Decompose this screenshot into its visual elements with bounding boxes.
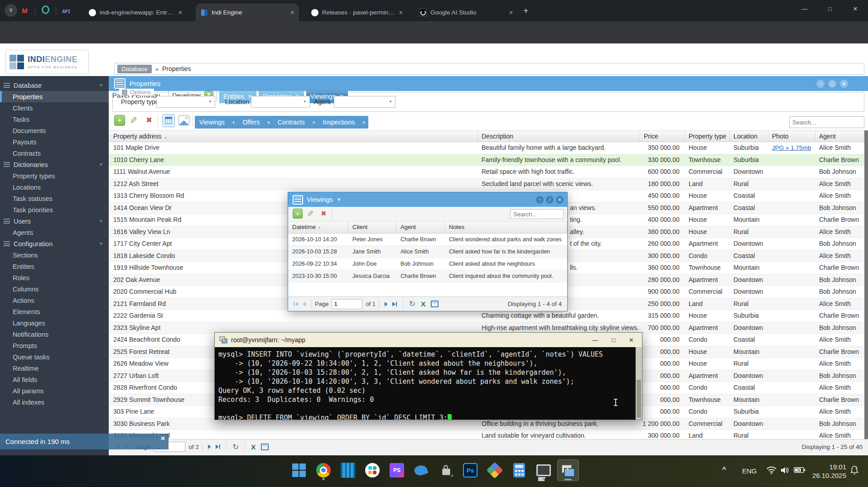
taskbar-kdiff-icon[interactable]: [484, 459, 506, 481]
export-excel-icon[interactable]: X: [251, 443, 256, 451]
add-contracts-icon[interactable]: +: [309, 119, 318, 126]
add-inspections-icon[interactable]: +: [359, 119, 368, 126]
sidebar-group-users[interactable]: Users▼: [0, 215, 109, 227]
column-header-agent[interactable]: Agent: [815, 131, 864, 142]
print-icon[interactable]: [261, 444, 269, 450]
browser-tab[interactable]: Releases · pavel-perminov/mya✕: [306, 4, 408, 21]
terminal-titlebar[interactable]: root@yvnmijfarn: ~/myapp — □ ✕: [215, 333, 642, 347]
column-header-property-address[interactable]: Property address▲: [109, 131, 478, 142]
export-excel-icon[interactable]: X: [421, 300, 425, 308]
window-maximize-button[interactable]: □: [817, 0, 843, 18]
api-icon[interactable]: API: [63, 8, 70, 15]
wifi-icon[interactable]: [767, 466, 776, 474]
sidebar-item-roles[interactable]: Roles: [0, 272, 109, 283]
browser-tab[interactable]: Indi Engine✕: [196, 4, 299, 21]
battery-icon[interactable]: [794, 466, 805, 473]
prev-page-icon[interactable]: [303, 302, 306, 306]
table-row[interactable]: 101 Maple DriveBeautiful family home wit…: [109, 142, 864, 154]
taskbar-winscp-icon[interactable]: [435, 459, 457, 481]
viewings-delete-icon[interactable]: ✖: [321, 210, 327, 218]
viewing-row[interactable]: 2026-10-03 15:28Jane SmithAlice SmithCli…: [288, 246, 567, 258]
new-tab-button[interactable]: +: [523, 6, 529, 15]
next-page-icon[interactable]: [208, 444, 211, 449]
clock[interactable]: 19:01 26.10.2025: [811, 463, 846, 480]
panel-maximize-icon[interactable]: □: [828, 80, 836, 88]
taskbar-server-icon[interactable]: [337, 459, 359, 481]
taskbar-start-icon[interactable]: [288, 459, 310, 481]
last-page-icon[interactable]: [392, 302, 397, 306]
viewings-edit-icon[interactable]: ✎: [307, 209, 313, 219]
breadcrumb-root[interactable]: Database: [117, 65, 152, 73]
grid-scrollbar[interactable]: [864, 130, 868, 454]
viewing-row[interactable]: 2026-09-22 10:34John DoeBob JohnsonClien…: [288, 258, 567, 270]
column-header-notes[interactable]: Notes: [445, 222, 567, 234]
sidebar-item-locations[interactable]: Locations: [0, 181, 109, 193]
table-row[interactable]: 1010 Cherry LaneFamily-friendly townhous…: [109, 154, 864, 167]
sidebar-item-elements[interactable]: Elements: [0, 306, 109, 317]
taskbar-dolphin-icon[interactable]: [410, 459, 432, 481]
ring-logo-icon[interactable]: [42, 6, 49, 14]
column-header-datetime[interactable]: Datetime▼: [288, 222, 348, 234]
add-offers-icon[interactable]: +: [264, 119, 273, 126]
window-close-button[interactable]: ✕: [843, 0, 868, 18]
page-number-input[interactable]: [332, 299, 362, 309]
related-tab-offers[interactable]: Offers: [238, 119, 264, 126]
terminal-output[interactable]: mysql> INSERT INTO `viewing` (`propertyI…: [215, 347, 636, 420]
agent-combobox[interactable]: [334, 96, 395, 108]
sidebar-group-configuration[interactable]: Configuration▼: [0, 238, 109, 249]
table-row[interactable]: 3131 Vineyard LandLand suitable for vine…: [109, 430, 864, 439]
last-page-icon[interactable]: [216, 444, 221, 449]
viewings-title-menu-icon[interactable]: ▼: [337, 197, 341, 202]
tab-close-icon[interactable]: ✕: [290, 10, 294, 16]
viewings-grid-header[interactable]: Datetime▼ClientAgentNotes: [288, 222, 567, 234]
language-indicator[interactable]: ENG: [742, 467, 757, 475]
taskbar-phpstorm-icon[interactable]: PS: [386, 459, 408, 481]
tab-close-icon[interactable]: ✕: [509, 10, 513, 16]
sidebar-item-actions[interactable]: Actions: [0, 295, 109, 306]
sidebar-item-columns[interactable]: Columns: [0, 283, 109, 295]
delete-record-icon[interactable]: ✖: [146, 115, 152, 125]
sidebar-group-dictionaries[interactable]: Dictionaries▼: [0, 159, 109, 170]
column-header-description[interactable]: Description: [478, 131, 640, 142]
grid-header[interactable]: Property address▲DescriptionPricePropert…: [109, 130, 864, 142]
table-row[interactable]: 1212 Ash StreetSecluded land parcel with…: [109, 178, 864, 191]
related-tab-viewings[interactable]: Viewings: [195, 119, 229, 126]
sidebar-item-properties[interactable]: Properties: [0, 91, 109, 102]
column-header-location[interactable]: Location: [730, 131, 768, 142]
sidebar-item-contracts[interactable]: Contracts: [0, 148, 109, 159]
sidebar-item-prompts[interactable]: Prompts: [0, 340, 109, 351]
column-header-client[interactable]: Client: [348, 222, 396, 234]
terminal-close-icon[interactable]: ✕: [629, 337, 634, 344]
gmail-icon[interactable]: M: [21, 7, 29, 14]
refresh-icon[interactable]: ↻: [409, 299, 415, 309]
sidebar-item-sections[interactable]: Sections: [0, 249, 109, 261]
panel-close-icon[interactable]: ✕: [840, 80, 848, 88]
taskbar-putty-icon[interactable]: [557, 459, 579, 481]
taskbar-slack-icon[interactable]: [362, 459, 383, 481]
sidebar-item-payouts[interactable]: Payouts: [0, 136, 109, 148]
taskbar-remote-icon[interactable]: [533, 459, 555, 481]
viewings-minimize-icon[interactable]: −: [536, 196, 544, 204]
related-tab-inspections[interactable]: Inspections: [318, 119, 359, 126]
chart-view-button[interactable]: [178, 115, 189, 125]
sidebar-item-task-priorities[interactable]: Task priorities: [0, 204, 109, 215]
sidebar-item-languages[interactable]: Languages: [0, 317, 109, 329]
viewings-add-button[interactable]: +: [293, 209, 303, 219]
next-page-icon[interactable]: [385, 302, 388, 306]
related-tab-contracts[interactable]: Contracts: [273, 119, 309, 126]
taskbar-photoshop-icon[interactable]: Ps: [459, 459, 481, 481]
window-minimize-button[interactable]: —: [792, 0, 817, 18]
edit-record-icon[interactable]: ✎: [130, 115, 137, 126]
sidebar-item-entities[interactable]: Entities: [0, 261, 109, 272]
sidebar-item-all-params[interactable]: All params: [0, 385, 109, 396]
table-row[interactable]: 2222 Gardenia StCharming cottage with a …: [109, 310, 864, 322]
property-type-combobox[interactable]: [156, 96, 215, 108]
sidebar-item-task-statuses[interactable]: Task statuses: [0, 193, 109, 204]
app-logo[interactable]: INDIENGINE APPS FOR BUSINESS: [5, 50, 89, 74]
browser-tab[interactable]: indi-engine/newapp: Entry poin✕: [84, 4, 187, 21]
tab-close-icon[interactable]: ✕: [178, 10, 183, 16]
volume-icon[interactable]: [780, 466, 790, 474]
notification-bell-icon[interactable]: z: [850, 465, 859, 475]
options-collapse-icon[interactable]: −: [122, 90, 127, 95]
sidebar-item-property-types[interactable]: Property types: [0, 170, 109, 181]
